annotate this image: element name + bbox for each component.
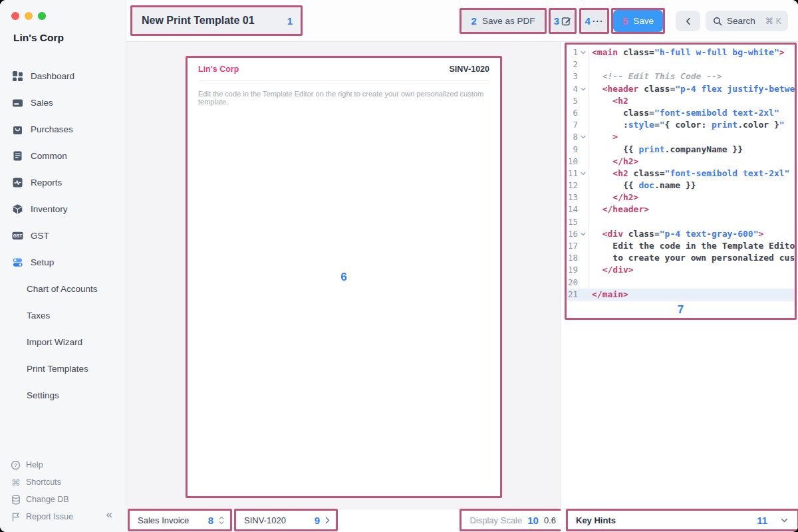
save-button[interactable]: 5 Save	[613, 10, 663, 32]
editor-line-15[interactable]: 15	[567, 216, 795, 228]
sidebar-item-reports[interactable]: Reports	[0, 169, 126, 196]
line-code: <header class="p-4 flex justify-between …	[589, 83, 795, 95]
line-number: 8	[567, 131, 578, 143]
editor-line-14[interactable]: 14 </header>	[567, 203, 795, 215]
sidebar-item-inventory[interactable]: Inventory	[0, 196, 126, 222]
sidebar-footer-shortcuts[interactable]: ⌘Shortcuts	[11, 473, 126, 491]
fold-arrow-icon[interactable]	[578, 232, 588, 236]
annotation-number-10: 10	[527, 515, 539, 526]
fold-arrow-icon[interactable]	[578, 51, 588, 55]
line-number: 6	[567, 107, 578, 119]
sidebar-footer-label: Report Issue	[26, 512, 73, 521]
minimize-window-icon[interactable]	[25, 12, 33, 20]
sidebar-item-gst[interactable]: GSTGST	[0, 222, 126, 249]
flag-icon	[11, 512, 21, 522]
editor-line-21[interactable]: 21</main>	[567, 289, 795, 301]
edit-template-button[interactable]: 3	[551, 10, 575, 32]
search-shortcut: ⌘ K	[765, 16, 781, 26]
line-gutter: 2	[567, 59, 589, 70]
key-hints-toggle[interactable]: Key Hints 11	[568, 511, 797, 529]
preview-company-name: Lin's Corp	[198, 65, 239, 74]
chevron-down-icon	[781, 518, 788, 523]
maximize-window-icon[interactable]	[38, 12, 46, 20]
compose-edit-icon	[561, 16, 571, 26]
inventory-icon	[12, 203, 23, 215]
fold-arrow-icon[interactable]	[578, 172, 588, 176]
sidebar: Lin's Corp DashboardSalesPurchasesCommon…	[0, 0, 126, 532]
line-number: 5	[567, 95, 578, 107]
editor-line-17[interactable]: 17 Edit the code in the Template Editor …	[567, 240, 795, 252]
close-window-icon[interactable]	[11, 12, 19, 20]
annotation-number-4: 4	[585, 15, 591, 27]
sidebar-item-purchases[interactable]: Purchases	[0, 116, 126, 142]
fold-arrow-icon[interactable]	[578, 87, 588, 91]
common-icon	[12, 150, 23, 162]
line-number: 15	[567, 216, 578, 228]
code-editor[interactable]: 1<main class="h-full w-full bg-white">23…	[567, 45, 795, 318]
line-number: 11	[567, 168, 578, 180]
line-code: to create your own personalized custom t…	[589, 252, 795, 264]
sidebar-footer-label: Help	[26, 460, 43, 469]
editor-line-18[interactable]: 18 to create your own personalized custo…	[567, 252, 795, 264]
line-gutter: 4	[567, 83, 589, 95]
sidebar-item-sales[interactable]: Sales	[0, 89, 126, 116]
sidebar-subitem-taxes[interactable]: Taxes	[0, 302, 126, 329]
more-options-button[interactable]: 4 ···	[581, 10, 607, 32]
editor-line-5[interactable]: 5 <h2	[567, 95, 795, 107]
print-preview-region: Lin's Corp SINV-1020 Edit the code in th…	[126, 42, 561, 509]
line-number: 2	[567, 59, 578, 70]
line-code: {{ print.companyName }}	[589, 144, 795, 156]
sidebar-item-dashboard[interactable]: Dashboard	[0, 63, 126, 89]
sidebar-subitem-print-templates[interactable]: Print Templates	[0, 355, 126, 382]
sidebar-footer-change-db[interactable]: Change DB	[11, 491, 126, 508]
display-scale-control[interactable]: Display Scale 10 0.6	[462, 511, 562, 529]
sidebar-subitem-import-wizard[interactable]: Import Wizard	[0, 329, 126, 355]
sidebar-subitem-chart-of-accounts[interactable]: Chart of Accounts	[0, 275, 126, 302]
line-number: 18	[567, 252, 578, 264]
editor-line-3[interactable]: 3 <!-- Edit This Code -->	[567, 70, 795, 82]
sidebar-footer-help[interactable]: ?Help	[11, 456, 126, 473]
save-as-pdf-button[interactable]: 2 Save as PDF	[462, 10, 545, 32]
editor-line-12[interactable]: 12 {{ doc.name }}	[567, 180, 795, 192]
sidebar-item-common[interactable]: Common	[0, 142, 126, 169]
line-code	[589, 277, 795, 289]
line-gutter: 13	[567, 192, 589, 203]
sidebar-subitem-settings[interactable]: Settings	[0, 382, 126, 408]
annotation-number-9: 9	[315, 515, 320, 526]
editor-line-1[interactable]: 1<main class="h-full w-full bg-white">	[567, 47, 795, 59]
editor-line-4[interactable]: 4 <header class="p-4 flex justify-betwee…	[567, 83, 795, 95]
editor-line-19[interactable]: 19 </div>	[567, 264, 795, 276]
doc-type-select[interactable]: Sales Invoice 8	[130, 511, 230, 529]
editor-line-16[interactable]: 16 <div class="p-4 text-gray-600">	[567, 228, 795, 240]
editor-line-10[interactable]: 10 </h2>	[567, 156, 795, 168]
sidebar-footer-label: Shortcuts	[26, 477, 61, 487]
template-name-input[interactable]: New Print Template 01 1	[132, 7, 301, 34]
collapse-sidebar-icon[interactable]: «	[106, 508, 112, 521]
doc-name-link[interactable]: SINV-1020 9	[236, 511, 336, 529]
line-gutter: 19	[567, 264, 589, 276]
editor-line-6[interactable]: 6 class="font-semibold text-2xl"	[567, 107, 795, 119]
editor-line-2[interactable]: 2	[567, 59, 795, 70]
editor-line-20[interactable]: 20	[567, 277, 795, 289]
search-input[interactable]: Search ⌘ K	[706, 11, 788, 31]
editor-line-9[interactable]: 9 {{ print.companyName }}	[567, 144, 795, 156]
line-code: </h2>	[589, 156, 795, 168]
line-number: 20	[567, 277, 578, 289]
sidebar-item-label: GST	[31, 231, 49, 241]
line-code: <main class="h-full w-full bg-white">	[589, 47, 795, 59]
display-scale-value: 0.6	[544, 515, 556, 525]
line-number: 1	[567, 47, 578, 59]
fold-arrow-icon[interactable]	[578, 135, 588, 139]
editor-line-13[interactable]: 13 </h2>	[567, 192, 795, 203]
sidebar-item-setup[interactable]: Setup	[0, 249, 126, 275]
page-title: New Print Template 01	[142, 15, 287, 27]
back-button[interactable]	[676, 11, 700, 31]
line-number: 4	[567, 83, 578, 95]
editor-line-8[interactable]: 8 >	[567, 131, 795, 143]
chevron-up-down-icon	[219, 516, 224, 525]
editor-line-11[interactable]: 11 <h2 class="font-semibold text-2xl" >	[567, 168, 795, 180]
sidebar-item-label: Setup	[31, 257, 54, 267]
line-code: >	[589, 131, 795, 143]
editor-line-7[interactable]: 7 :style="{ color: print.color }"	[567, 119, 795, 131]
svg-text:GST: GST	[13, 233, 23, 238]
